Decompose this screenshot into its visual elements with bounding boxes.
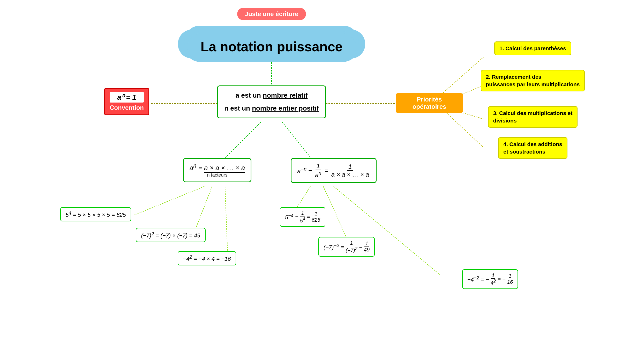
priority-3-text: 3. Calcul des multiplications etdivision… bbox=[488, 106, 578, 128]
priority-2-text: 2. Remplacement despuissances par leurs … bbox=[481, 70, 585, 91]
priority-2-box: 2. Remplacement despuissances par leurs … bbox=[478, 70, 587, 91]
priority-1-text: 1. Calcul des parenthèses bbox=[494, 41, 571, 55]
example-neg-2-box: (−7)−2 = 1 (−7)2 = 1 49 bbox=[292, 237, 401, 257]
example-neg-2-text: (−7)−2 = 1 (−7)2 = 1 49 bbox=[318, 237, 375, 257]
def-line1-a: a est un nombre relatif bbox=[236, 91, 308, 99]
example-pos-3-text: −42 = −4 × 4 = −16 bbox=[178, 251, 236, 265]
convention-box: a⁰ = 1 Convention bbox=[101, 88, 153, 115]
example-neg-3-box: −4−2 = − 1 42 = − 1 16 bbox=[435, 269, 546, 289]
svg-line-8 bbox=[282, 122, 313, 161]
priority-3-box: 3. Calcul des multiplications etdivision… bbox=[478, 106, 587, 128]
formula-negative-box: a−n = 1 an = 1 a × a × … × a bbox=[279, 158, 388, 183]
priorities-label: Priorités opératoires bbox=[396, 93, 463, 113]
example-neg-1-text: 5−4 = 1 54 = 1 625 bbox=[280, 207, 326, 227]
subtitle-text: Juste une écriture bbox=[237, 8, 306, 20]
example-pos-3-box: −42 = −4 × 4 = −16 bbox=[160, 251, 253, 265]
main-title: La notation puissance bbox=[150, 31, 393, 62]
priority-4-box: 4. Calcul des additionset soustractions bbox=[478, 137, 587, 159]
example-pos-1-box: 54 = 5 × 5 × 5 × 5 = 625 bbox=[47, 207, 145, 221]
example-pos-1-text: 54 = 5 × 5 × 5 × 5 = 625 bbox=[60, 207, 131, 221]
svg-line-11 bbox=[225, 186, 228, 254]
def-line2-n: n est un nombre entier positif bbox=[224, 104, 319, 112]
example-pos-2-box: (−7)2 = (−7) × (−7) = 49 bbox=[116, 228, 225, 242]
center-definition-text: a est un nombre relatif n est un nombre … bbox=[217, 85, 326, 118]
formula-positive-box: an = a × a × … × a n facteurs bbox=[168, 158, 266, 182]
convention-label: Convention bbox=[110, 104, 144, 111]
example-pos-2-text: (−7)2 = (−7) × (−7) = 49 bbox=[136, 228, 205, 242]
example-neg-3-text: −4−2 = − 1 42 = − 1 16 bbox=[462, 269, 518, 289]
svg-line-9 bbox=[134, 186, 204, 215]
center-definition-box: a est un nombre relatif n est un nombre … bbox=[212, 85, 331, 118]
title-text: La notation puissance bbox=[187, 33, 356, 60]
priority-4-text: 4. Calcul des additionset soustractions bbox=[498, 137, 567, 159]
svg-line-3 bbox=[440, 57, 484, 96]
svg-line-6 bbox=[445, 111, 484, 148]
formula-positive-content: an = a × a × … × a n facteurs bbox=[183, 158, 251, 182]
convention-content: a⁰ = 1 Convention bbox=[104, 88, 149, 115]
priority-1-box: 1. Calcul des parenthèses bbox=[478, 41, 587, 55]
example-neg-1-box: 5−4 = 1 54 = 1 625 bbox=[259, 207, 347, 227]
svg-line-7 bbox=[222, 122, 261, 161]
svg-line-14 bbox=[334, 186, 440, 274]
subtitle-cloud: Juste une écriture bbox=[225, 8, 318, 20]
formula-negative-content: a−n = 1 an = 1 a × a × … × a bbox=[291, 158, 376, 183]
priorities-box: Priorités opératoires bbox=[396, 93, 463, 113]
svg-line-10 bbox=[194, 186, 212, 233]
